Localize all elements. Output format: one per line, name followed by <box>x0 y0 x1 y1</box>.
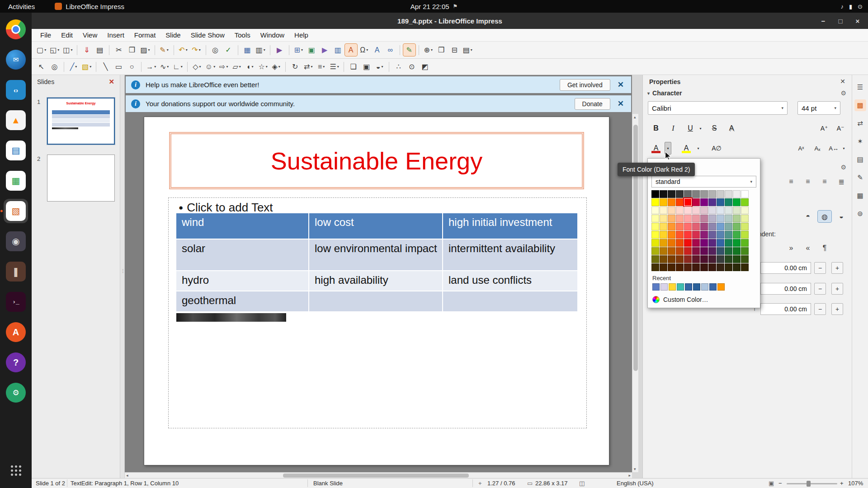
clear-formatting-button[interactable]: A∅ <box>710 142 723 155</box>
dropdown-arrow-icon[interactable]: ▾ <box>213 65 215 69</box>
align-vcenter-button[interactable]: ◍ <box>818 211 831 222</box>
undo-button[interactable]: ↶ ▾ <box>177 44 189 56</box>
color-swatch[interactable] <box>708 255 716 263</box>
italic-button[interactable]: I <box>666 122 680 135</box>
color-swatch[interactable] <box>660 255 667 263</box>
chevron-down-icon[interactable]: ▾ <box>697 122 704 135</box>
toolbar-separator[interactable] <box>270 45 270 55</box>
body-placeholder-line[interactable]: ● Click to add Text <box>179 201 273 215</box>
line-color-button[interactable]: ╱ ▾ <box>67 61 80 73</box>
color-swatch[interactable] <box>676 198 684 206</box>
slide-2-thumbnail[interactable] <box>47 155 115 202</box>
color-swatch[interactable] <box>717 215 724 222</box>
color-swatch[interactable] <box>725 247 732 255</box>
table-cell[interactable]: hydro <box>176 271 309 291</box>
files-launcher[interactable]: ❚ <box>4 259 28 284</box>
recent-color-swatch[interactable] <box>669 283 676 291</box>
color-swatch[interactable] <box>668 231 675 239</box>
dropdown-arrow-icon[interactable]: ▾ <box>90 65 91 69</box>
color-swatch[interactable] <box>741 231 749 239</box>
duplicate-slide-button[interactable]: ❒ <box>435 44 448 56</box>
dropdown-arrow-icon[interactable]: ▾ <box>266 65 268 69</box>
dropdown-arrow-icon[interactable]: ▾ <box>264 48 265 52</box>
color-swatch[interactable] <box>692 223 700 230</box>
color-swatch[interactable] <box>692 198 700 206</box>
glue-points-button[interactable]: ⊙ <box>406 61 418 73</box>
toolbar-separator[interactable] <box>174 45 174 55</box>
master-slides-deck-tab[interactable]: ▤ <box>854 154 866 165</box>
color-swatch[interactable] <box>668 239 675 247</box>
curves-polygons-button[interactable]: ∿ ▾ <box>158 61 170 73</box>
color-swatch[interactable] <box>660 190 667 198</box>
toolbar-separator[interactable] <box>344 62 344 72</box>
color-swatch[interactable] <box>651 198 659 206</box>
donate-button[interactable]: Donate <box>575 98 610 110</box>
gimp-launcher[interactable]: ◉ <box>4 229 28 253</box>
font-name-combobox[interactable]: Calibri ▾ <box>648 101 788 115</box>
new-document-button[interactable]: ▢ ▾ <box>35 44 47 56</box>
insert-line-button[interactable]: ╲ <box>99 61 112 73</box>
align-right-button[interactable]: ≡ <box>818 176 831 188</box>
slide-layout-status[interactable]: Blank Slide <box>313 480 343 487</box>
decrement-button[interactable]: − <box>814 262 826 274</box>
table-cell[interactable]: high availability <box>309 271 443 291</box>
paste-button[interactable]: ▨ ▾ <box>139 44 151 56</box>
zoom-slider[interactable] <box>787 483 837 484</box>
underline-button[interactable]: U <box>684 122 697 135</box>
color-swatch[interactable] <box>692 247 700 255</box>
recent-color-swatch[interactable] <box>693 283 700 291</box>
color-swatch[interactable] <box>733 206 741 214</box>
color-swatch[interactable] <box>651 215 659 222</box>
crop-image-button[interactable]: ▣ <box>360 61 373 73</box>
color-swatch[interactable] <box>717 190 724 198</box>
color-swatch[interactable] <box>692 206 700 214</box>
properties-deck-tab[interactable]: ▩ <box>854 99 866 111</box>
sidebar-menu-tab[interactable]: ☰ <box>854 81 866 93</box>
table-cell[interactable]: geothermal <box>176 291 309 312</box>
new-slide-button[interactable]: ⊕ ▾ <box>422 44 434 56</box>
recent-color-swatch[interactable] <box>660 283 668 291</box>
menu-window[interactable]: Window <box>255 30 289 40</box>
dropdown-arrow-icon[interactable]: ▾ <box>148 48 150 52</box>
color-swatch[interactable] <box>733 223 741 230</box>
color-swatch[interactable] <box>725 198 732 206</box>
color-swatch[interactable] <box>684 231 692 239</box>
toolbar-separator[interactable] <box>187 62 188 72</box>
find-replace-button[interactable]: ◎ <box>209 44 222 56</box>
slide-layout-button[interactable]: ▤ ▾ <box>462 44 474 56</box>
color-swatch[interactable] <box>660 215 667 222</box>
color-swatch[interactable] <box>741 190 749 198</box>
stars-banners-button[interactable]: ☆ ▾ <box>257 61 269 73</box>
color-swatch[interactable] <box>733 198 741 206</box>
color-swatch[interactable] <box>708 215 716 222</box>
hscroll-thumb[interactable] <box>283 474 469 478</box>
toolbar-separator[interactable] <box>400 45 400 55</box>
menu-insert[interactable]: Insert <box>102 30 129 40</box>
color-swatch[interactable] <box>708 223 716 230</box>
color-swatch[interactable] <box>684 247 692 255</box>
spelling-button[interactable]: ✓ <box>222 44 235 56</box>
toolbar-separator[interactable] <box>419 45 419 55</box>
color-swatch[interactable] <box>708 263 716 271</box>
redo-button[interactable]: ↷ ▾ <box>190 44 203 56</box>
custom-color-button[interactable]: Custom Color… <box>652 296 755 303</box>
insert-table-button[interactable]: ⊞ ▾ <box>292 44 305 56</box>
increase-font-size-button[interactable]: A⁺ <box>817 122 831 135</box>
dropdown-arrow-icon[interactable]: ▾ <box>167 48 169 52</box>
align-center-button[interactable]: ≡ <box>801 176 815 188</box>
system-status-area[interactable]: ♪▮⊙ <box>840 3 863 10</box>
insert-hyperlink-button[interactable]: ∞ <box>384 44 396 56</box>
color-swatch[interactable] <box>700 190 708 198</box>
infobar-close-icon[interactable]: ✕ <box>616 80 626 89</box>
decrement-button[interactable]: − <box>814 303 826 315</box>
color-swatch[interactable] <box>741 198 749 206</box>
arrange-button[interactable]: ☰ ▾ <box>328 61 340 73</box>
dropdown-arrow-icon[interactable]: ▾ <box>252 65 254 69</box>
zoom-in-button[interactable]: + <box>840 480 844 487</box>
dropdown-arrow-icon[interactable]: ▾ <box>154 65 156 69</box>
color-swatch[interactable] <box>708 206 716 214</box>
table-cell[interactable]: low cost <box>309 213 443 239</box>
color-swatch[interactable] <box>717 206 724 214</box>
color-swatch[interactable] <box>676 206 684 214</box>
dropdown-arrow-icon[interactable]: ▾ <box>71 48 72 52</box>
